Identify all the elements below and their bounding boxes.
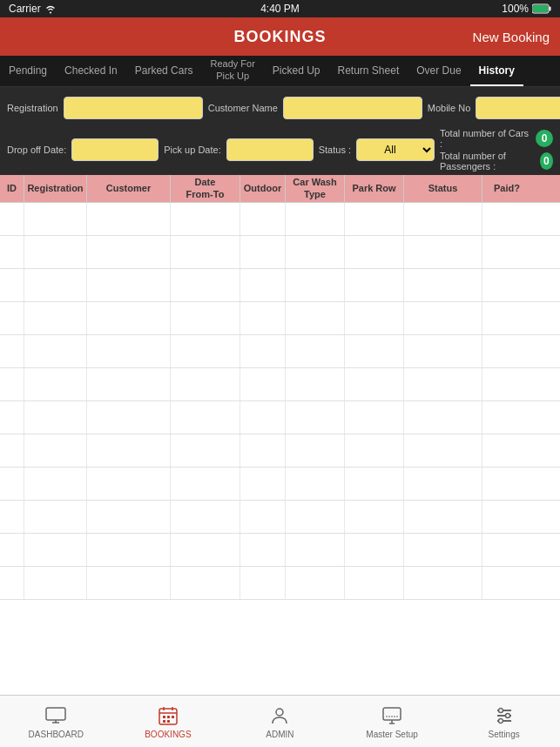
bottom-tab-dashboard[interactable]: DASHBOARD <box>0 703 112 739</box>
table-row <box>0 368 560 401</box>
th-parkrow: Park Row <box>345 175 404 202</box>
settings-icon <box>495 706 514 725</box>
drop-off-input[interactable] <box>71 138 159 161</box>
bottom-tab-bookings[interactable]: BOOKINGS <box>112 703 225 739</box>
th-paid: Paid? <box>482 175 531 202</box>
pick-up-label: Pick up Date: <box>164 145 220 155</box>
total-passengers-label: Total number of Passengers : <box>440 151 536 172</box>
carrier-label: Carrier <box>9 3 41 15</box>
totals-column: Total number of Cars : 0 Total number of… <box>440 128 553 172</box>
bottom-tab-bar: DASHBOARD BOOKINGS ADMIN <box>0 695 560 747</box>
monitor-icon <box>45 707 66 724</box>
tab-ready-for-pickup[interactable]: Ready For Pick Up <box>201 56 263 86</box>
filter-area: Registration Customer Name Mobile No Boo… <box>0 87 560 175</box>
table-row <box>0 567 560 600</box>
master-setup-tab-label: Master Setup <box>366 730 417 739</box>
tab-checked-in[interactable]: Checked In <box>56 56 126 86</box>
table-body <box>0 203 560 744</box>
person-icon <box>270 706 289 725</box>
status-bar-left: Carrier <box>9 3 57 15</box>
drop-off-label: Drop off Date: <box>7 145 66 155</box>
th-carwash: Car Wash Type <box>286 175 345 202</box>
mobile-no-label: Mobile No <box>428 103 471 113</box>
svg-rect-2 <box>533 5 548 12</box>
screen-icon <box>382 706 401 725</box>
status-select[interactable]: All Pending Checked In Picked Up <box>356 138 435 161</box>
tab-picked-up[interactable]: Picked Up <box>264 56 329 86</box>
status-bar-time: 4:40 PM <box>260 3 300 15</box>
table-row <box>0 302 560 335</box>
svg-point-17 <box>276 709 283 716</box>
svg-rect-14 <box>163 720 165 723</box>
app-title: BOOKINGS <box>233 28 326 46</box>
total-cars-badge: 0 <box>536 130 553 147</box>
battery-icon <box>532 3 551 14</box>
calendar-icon <box>159 706 178 725</box>
svg-point-25 <box>498 709 503 713</box>
svg-rect-18 <box>383 708 401 720</box>
nav-tabs: Pending Checked In Parked Cars Ready For… <box>0 56 560 87</box>
svg-point-26 <box>505 714 509 718</box>
bookings-tab-label: BOOKINGS <box>145 730 191 739</box>
svg-rect-13 <box>167 716 170 718</box>
tab-return-sheet[interactable]: Return Sheet <box>329 56 408 86</box>
status-label: Status : <box>319 145 351 155</box>
status-bar: Carrier 4:40 PM 100% <box>0 0 560 17</box>
settings-tab-label: Settings <box>489 730 520 739</box>
tab-over-due[interactable]: Over Due <box>408 56 469 86</box>
th-customer: Customer <box>87 175 171 202</box>
svg-rect-5 <box>46 708 65 720</box>
svg-rect-16 <box>172 716 174 718</box>
bottom-tab-admin[interactable]: ADMIN <box>224 703 336 739</box>
th-date: Date From-To <box>171 175 240 202</box>
wifi-icon <box>44 3 57 14</box>
total-passengers-badge: 0 <box>540 152 553 170</box>
customer-name-input[interactable] <box>283 97 422 119</box>
total-cars-label: Total number of Cars : <box>440 128 532 149</box>
dashboard-tab-label: DASHBOARD <box>29 730 84 739</box>
table-row <box>0 434 560 468</box>
th-id: ID <box>0 175 24 202</box>
total-cars-row: Total number of Cars : 0 <box>440 128 553 149</box>
admin-tab-label: ADMIN <box>266 730 293 739</box>
table-row <box>0 401 560 434</box>
tab-parked-cars[interactable]: Parked Cars <box>126 56 202 86</box>
filter-row-1: Registration Customer Name Mobile No Boo… <box>7 92 553 124</box>
bottom-tab-settings[interactable]: Settings <box>448 703 560 739</box>
mobile-no-input[interactable] <box>476 97 560 119</box>
table-row <box>0 534 560 567</box>
total-passengers-row: Total number of Passengers : 0 <box>440 151 553 172</box>
tab-pending[interactable]: Pending <box>0 56 56 86</box>
registration-label: Registration <box>7 103 58 113</box>
svg-rect-1 <box>550 7 551 11</box>
new-booking-button[interactable]: New Booking <box>473 30 550 44</box>
th-outdoor: Outdoor <box>240 175 286 202</box>
status-bar-right: 100% <box>502 3 551 15</box>
th-status: Status <box>404 175 482 202</box>
table-row <box>0 335 560 368</box>
svg-rect-15 <box>167 720 170 723</box>
table-row <box>0 269 560 302</box>
th-registration: Registration <box>24 175 87 202</box>
registration-input[interactable] <box>64 97 203 119</box>
filter-row-2: Drop off Date: Pick up Date: Status : Al… <box>7 128 553 172</box>
pick-up-input[interactable] <box>226 138 314 161</box>
table-row <box>0 236 560 269</box>
svg-point-27 <box>498 719 503 723</box>
battery-label: 100% <box>502 3 529 15</box>
bottom-tab-master-setup[interactable]: Master Setup <box>336 703 449 739</box>
table-row <box>0 501 560 534</box>
table-row <box>0 468 560 501</box>
header: BOOKINGS New Booking <box>0 17 560 56</box>
tab-history[interactable]: History <box>470 56 523 86</box>
table-header: ID Registration Customer Date From-To Ou… <box>0 175 560 203</box>
table-row <box>0 203 560 236</box>
svg-rect-12 <box>163 716 165 718</box>
customer-name-label: Customer Name <box>208 103 278 113</box>
